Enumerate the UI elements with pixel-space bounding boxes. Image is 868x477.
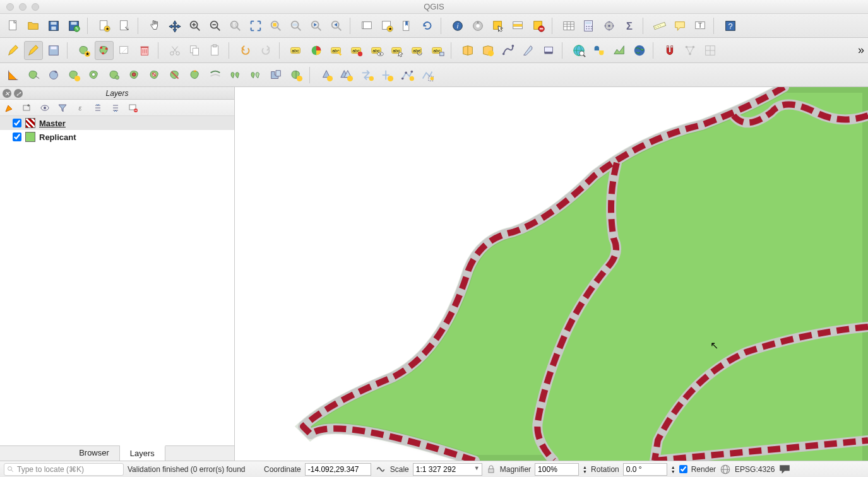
map-tips-button[interactable] (670, 16, 689, 35)
pan-to-selection-button[interactable] (165, 16, 184, 35)
zoom-to-selection-button[interactable] (266, 16, 285, 35)
expand-all-icon[interactable] (92, 102, 104, 114)
toggle-editing-button[interactable] (24, 41, 43, 60)
highlight-label-button[interactable]: abc (327, 41, 346, 60)
split-features-button[interactable] (226, 66, 245, 85)
plugin-network-button[interactable] (681, 41, 699, 60)
panel-maximize-icon[interactable]: ⤢ (14, 89, 23, 98)
save-project-as-button[interactable]: ✎ (64, 16, 83, 35)
zoom-to-layer-button[interactable] (287, 16, 306, 35)
add-part-button[interactable] (105, 66, 124, 85)
simplify-feature-button[interactable] (64, 66, 83, 85)
save-layer-edits-button[interactable] (44, 41, 63, 60)
add-feature-button[interactable]: ★ (74, 41, 93, 60)
filter-expression-icon[interactable]: ε (74, 102, 86, 114)
tab-layers[interactable]: Layers (120, 445, 165, 461)
vertex-tool-button[interactable] (95, 41, 114, 60)
processing-toolbox-button[interactable] (600, 16, 619, 35)
layer-row-master[interactable]: Master (0, 116, 234, 130)
filter-legend-icon[interactable] (57, 102, 68, 114)
modify-attributes-button[interactable] (115, 41, 134, 60)
layer-tree[interactable]: Master Replicant (0, 116, 234, 445)
show-bookmarks-button[interactable] (398, 16, 417, 35)
map-canvas[interactable]: ↖ (235, 87, 868, 461)
panel-close-icon[interactable]: ✕ (3, 89, 11, 98)
scale-input[interactable] (413, 463, 482, 476)
new-print-layout-button[interactable]: ★ (95, 16, 114, 35)
locator-input[interactable]: Type to locate (⌘K) (4, 463, 124, 476)
plugin-globe-button[interactable] (630, 41, 649, 60)
save-project-button[interactable] (44, 16, 63, 35)
diagram-button[interactable] (307, 41, 326, 60)
magnifier-up-icon[interactable]: ▲ (583, 465, 587, 469)
snapping-options-button[interactable] (479, 41, 497, 60)
rotate-feature-button[interactable] (44, 66, 63, 85)
help-button[interactable]: ? (721, 16, 740, 35)
plugin-magnet-button[interactable] (660, 41, 679, 60)
crs-value[interactable]: EPSG:4326 (735, 465, 775, 474)
tab-browser[interactable]: Browser (69, 446, 120, 461)
reverse-line-button[interactable] (357, 66, 376, 85)
layer-visibility-checkbox[interactable] (13, 132, 21, 141)
crs-icon[interactable] (720, 464, 731, 475)
toolbar-overflow-icon[interactable]: » (858, 44, 864, 57)
refresh-button[interactable] (418, 16, 437, 35)
delete-part-button[interactable] (165, 66, 184, 85)
style-manager-icon[interactable] (4, 102, 15, 114)
plugin-grid-button[interactable] (701, 41, 720, 60)
paste-features-button[interactable] (206, 41, 225, 60)
text-annotation-button[interactable]: T (691, 16, 710, 35)
chevron-down-icon[interactable]: ▼ (474, 465, 480, 471)
pin-label-button[interactable]: abc (347, 41, 366, 60)
coordinate-input[interactable] (305, 463, 371, 476)
open-project-button[interactable] (24, 16, 43, 35)
zoom-full-button[interactable] (246, 16, 265, 35)
trace-button[interactable] (499, 41, 518, 60)
cad-tools-button[interactable] (539, 41, 558, 60)
deselect-all-button[interactable] (529, 16, 548, 35)
zoom-in-button[interactable] (186, 16, 205, 35)
rotation-down-icon[interactable]: ▼ (671, 469, 675, 474)
add-ring-button[interactable] (85, 66, 104, 85)
python-console-button[interactable] (590, 41, 609, 60)
zoom-native-button[interactable]: 1:1 (226, 16, 245, 35)
plugin-histogram-button[interactable] (610, 41, 629, 60)
add-group-icon[interactable] (21, 102, 33, 114)
rotation-up-icon[interactable]: ▲ (671, 465, 675, 469)
vertex-digitize-button[interactable] (398, 66, 417, 85)
label-layer-button[interactable]: abc (287, 41, 306, 60)
move-feature-button[interactable] (24, 66, 43, 85)
split-parts-button[interactable] (246, 66, 265, 85)
cut-features-button[interactable] (165, 41, 184, 60)
zoom-out-button[interactable] (206, 16, 225, 35)
zoom-last-button[interactable] (307, 16, 326, 35)
coordinate-toggle-icon[interactable] (375, 464, 386, 475)
lock-scale-icon[interactable] (486, 464, 496, 474)
measure-line-button[interactable] (650, 16, 669, 35)
action-button[interactable] (468, 16, 487, 35)
undo-button[interactable] (236, 41, 255, 60)
messages-icon[interactable] (778, 463, 791, 476)
collapse-all-icon[interactable] (110, 102, 121, 114)
metasearch-button[interactable] (569, 41, 588, 60)
render-checkbox[interactable] (679, 465, 687, 473)
offset-curve-button[interactable] (206, 66, 225, 85)
fill-ring-button[interactable] (125, 66, 144, 85)
manage-visibility-icon[interactable] (39, 102, 51, 114)
pan-map-button[interactable] (145, 16, 164, 35)
change-label-button[interactable]: abc (428, 41, 447, 60)
delete-selected-button[interactable] (135, 41, 154, 60)
cad-construction-button[interactable] (4, 66, 23, 85)
offset-point-symbols-button[interactable] (337, 66, 356, 85)
rotate-point-symbols-button[interactable] (317, 66, 336, 85)
trim-extend-button[interactable] (378, 66, 396, 85)
open-attribute-table-button[interactable] (559, 16, 578, 35)
new-bookmark-button[interactable]: ★ (378, 16, 396, 35)
field-calculator-button[interactable] (580, 16, 598, 35)
show-layout-manager-button[interactable] (115, 16, 134, 35)
copy-features-button[interactable] (186, 41, 205, 60)
move-label-button[interactable]: abc (388, 41, 407, 60)
remove-layer-icon[interactable] (128, 102, 139, 114)
select-features-button[interactable] (489, 16, 508, 35)
magnifier-down-icon[interactable]: ▼ (583, 469, 587, 474)
